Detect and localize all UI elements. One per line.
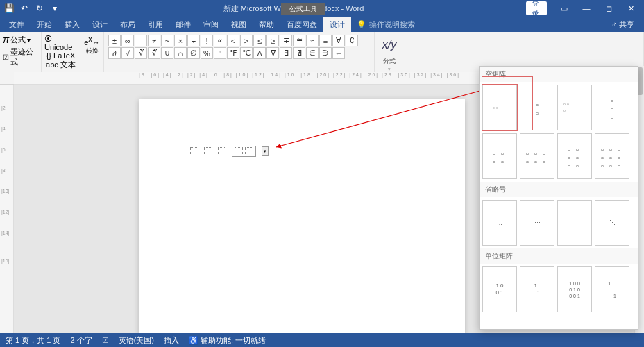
tab-review[interactable]: 审阅 bbox=[197, 17, 225, 32]
matrix-cell-3[interactable] bbox=[218, 147, 226, 155]
equation-button[interactable]: 公式 bbox=[10, 35, 26, 45]
identity-2x2[interactable]: 1 00 1 bbox=[482, 266, 517, 312]
unicode-option[interactable]: ⦿ Unicode bbox=[44, 35, 72, 51]
matrix-2x2[interactable]: ▫▫▫▫ bbox=[482, 133, 517, 179]
symbol-∝[interactable]: ∝ bbox=[214, 35, 226, 46]
symbol-∛[interactable]: ∛ bbox=[135, 47, 147, 59]
identity-2x2-sparse[interactable]: 1 1 bbox=[520, 266, 554, 312]
tab-equation-design[interactable]: 设计 bbox=[323, 17, 351, 32]
accessibility-status[interactable]: ♿ 辅助功能: 一切就绪 bbox=[189, 335, 266, 346]
identity-3x3[interactable]: 1 0 00 1 00 0 1 bbox=[557, 266, 592, 312]
matrix-cell-2[interactable] bbox=[204, 147, 212, 155]
symbol-÷[interactable]: ÷ bbox=[187, 35, 200, 46]
symbol-=[interactable]: = bbox=[135, 35, 147, 46]
matrix-1x2[interactable]: ▫ ▫ bbox=[482, 85, 517, 130]
symbol-~[interactable]: ~ bbox=[161, 35, 173, 46]
matrix-2x1[interactable]: ▫▫ bbox=[520, 85, 554, 130]
matrix-cell-sel-1[interactable] bbox=[235, 147, 243, 155]
symbol-∃[interactable]: ∃ bbox=[280, 47, 292, 59]
tab-design[interactable]: 设计 bbox=[86, 17, 114, 32]
insert-mode[interactable]: 插入 bbox=[164, 335, 179, 346]
symbol-![interactable]: ! bbox=[201, 35, 213, 46]
symbol-≠[interactable]: ≠ bbox=[148, 35, 160, 46]
symbol-∪[interactable]: ∪ bbox=[161, 47, 173, 59]
login-button[interactable]: 登录 bbox=[526, 1, 547, 15]
tab-insert[interactable]: 插入 bbox=[58, 17, 86, 32]
word-count[interactable]: 2 个字 bbox=[70, 335, 92, 346]
language-indicator[interactable]: 英语(美国) bbox=[119, 335, 154, 346]
symbol-%[interactable]: % bbox=[201, 47, 213, 59]
symbol-℉[interactable]: ℉ bbox=[227, 47, 239, 59]
symbol-∓[interactable]: ∓ bbox=[280, 35, 292, 46]
close-icon[interactable]: ✕ bbox=[620, 1, 641, 15]
symbol-±[interactable]: ± bbox=[108, 35, 121, 46]
equation-placeholder[interactable]: ▾ bbox=[190, 146, 269, 157]
vertical-ruler[interactable]: |2||4||6| |8||10||12| |14||16| bbox=[0, 85, 14, 333]
matrix-cell-1[interactable] bbox=[190, 147, 198, 155]
tab-mailings[interactable]: 邮件 bbox=[169, 17, 197, 32]
symbol-×[interactable]: × bbox=[174, 35, 187, 46]
tab-view[interactable]: 视图 bbox=[225, 17, 253, 32]
ellipsis-low[interactable]: ... bbox=[482, 200, 517, 246]
ellipsis-vert[interactable]: ⋮ bbox=[557, 200, 592, 246]
symbol-℃[interactable]: ℃ bbox=[240, 47, 253, 59]
matrix-2x3[interactable]: ▫▫▫▫▫▫ bbox=[520, 133, 554, 179]
symbol-∜[interactable]: ∜ bbox=[148, 47, 160, 59]
symbol->[interactable]: > bbox=[240, 35, 253, 46]
symbol-√[interactable]: √ bbox=[121, 47, 134, 59]
minimize-icon[interactable]: — bbox=[576, 1, 597, 15]
document-page[interactable]: ▾ bbox=[139, 99, 465, 335]
undo-icon[interactable]: ↶ bbox=[18, 2, 31, 15]
abc-text-button[interactable]: abc 文本 bbox=[46, 60, 76, 69]
symbol-∂[interactable]: ∂ bbox=[108, 47, 121, 59]
ink-equation-button[interactable]: 墨迹公式 bbox=[10, 46, 38, 67]
symbol-∁[interactable]: ∁ bbox=[346, 35, 358, 46]
symbol-∅[interactable]: ∅ bbox=[187, 47, 200, 59]
symbol-←[interactable]: ← bbox=[332, 47, 345, 59]
symbol-≥[interactable]: ≥ bbox=[266, 35, 279, 46]
symbol-≤[interactable]: ≤ bbox=[253, 35, 266, 46]
symbol-°[interactable]: ° bbox=[214, 47, 226, 59]
symbol-≡[interactable]: ≡ bbox=[319, 35, 332, 46]
symbol-≈[interactable]: ≈ bbox=[306, 35, 319, 46]
matrix-3x2[interactable]: ▫▫▫▫▫▫ bbox=[557, 133, 592, 179]
symbol-∆[interactable]: ∆ bbox=[253, 47, 266, 59]
tab-layout[interactable]: 布局 bbox=[114, 17, 142, 32]
latex-option[interactable]: {} LaTeX bbox=[46, 51, 76, 60]
ellipsis-diag[interactable]: ⋱ bbox=[595, 200, 629, 246]
symbol-≅[interactable]: ≅ bbox=[293, 35, 305, 46]
symbol-∄[interactable]: ∄ bbox=[293, 47, 305, 59]
page-indicator[interactable]: 第 1 页，共 1 页 bbox=[6, 335, 60, 346]
symbol-∩[interactable]: ∩ bbox=[174, 47, 187, 59]
convert-icon[interactable]: ex↔ bbox=[84, 35, 100, 46]
symbol-<[interactable]: < bbox=[227, 35, 239, 46]
spellcheck-icon[interactable]: ☑ bbox=[102, 336, 109, 345]
tab-home[interactable]: 开始 bbox=[31, 17, 58, 32]
structure-分式[interactable]: x/y分式▾ bbox=[378, 33, 401, 73]
tab-baidu[interactable]: 百度网盘 bbox=[280, 17, 323, 32]
share-button[interactable]: ♂ 共享 bbox=[604, 17, 641, 32]
save-icon[interactable]: 💾 bbox=[3, 2, 15, 15]
tell-me[interactable]: 💡操作说明搜索 bbox=[351, 17, 421, 32]
equation-options-dropdown[interactable]: ▾ bbox=[262, 146, 269, 156]
matrix-cell-sel-2[interactable] bbox=[245, 147, 253, 155]
identity-3x3-sparse[interactable]: 1 1 bbox=[595, 266, 629, 312]
equation-selection[interactable] bbox=[232, 146, 256, 157]
ribbon-options-icon[interactable]: ▭ bbox=[554, 1, 575, 15]
symbol-∀[interactable]: ∀ bbox=[332, 35, 345, 46]
matrix-3x1[interactable]: ▫▫▫ bbox=[595, 85, 629, 130]
symbol-∈[interactable]: ∈ bbox=[306, 47, 319, 59]
qat-dropdown-icon[interactable]: ▾ bbox=[49, 2, 61, 15]
tab-references[interactable]: 引用 bbox=[142, 17, 169, 32]
ellipsis-mid[interactable]: ⋯ bbox=[520, 200, 554, 246]
matrix-1x3[interactable]: ▫ ▫ ▫ bbox=[557, 85, 592, 130]
matrix-3x3[interactable]: ▫▫▫▫▫▫▫▫▫ bbox=[595, 133, 629, 179]
symbol-∋[interactable]: ∋ bbox=[319, 47, 332, 59]
tab-file[interactable]: 文件 bbox=[3, 17, 31, 32]
tab-help[interactable]: 帮助 bbox=[253, 17, 280, 32]
ellipsis-grid: ... ⋯ ⋮ ⋱ bbox=[480, 197, 638, 248]
maximize-icon[interactable]: ◻ bbox=[598, 1, 619, 15]
symbol-∇[interactable]: ∇ bbox=[266, 47, 279, 59]
redo-icon[interactable]: ↻ bbox=[33, 2, 46, 15]
symbol-∞[interactable]: ∞ bbox=[121, 35, 134, 46]
